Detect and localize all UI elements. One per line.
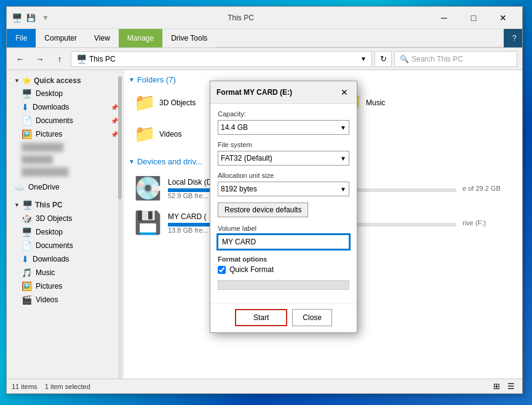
folders-collapse-icon[interactable]: ▼ bbox=[129, 76, 135, 83]
forward-button[interactable]: → bbox=[31, 50, 49, 68]
quick-format-label: Quick Format bbox=[229, 265, 274, 274]
search-box[interactable]: 🔍 Search This PC bbox=[394, 51, 517, 67]
sidebar-item-label-quick-access: Quick access bbox=[34, 76, 81, 85]
up-button[interactable]: ↑ bbox=[51, 50, 68, 68]
sidebar-item-music[interactable]: 🎵 Music bbox=[7, 266, 123, 279]
window-icon: 🖥️ bbox=[12, 13, 22, 23]
minimize-button[interactable]: ─ bbox=[430, 9, 458, 27]
onedrive-icon: ☁️ bbox=[14, 182, 25, 192]
help-button[interactable]: ? bbox=[504, 29, 522, 47]
close-button[interactable]: ✕ bbox=[489, 9, 517, 27]
downloads-icon: ⬇ bbox=[22, 102, 29, 112]
scrollbar-track bbox=[118, 76, 122, 379]
view-details[interactable]: ☰ bbox=[505, 380, 517, 393]
maximize-button[interactable]: □ bbox=[459, 9, 488, 27]
sidebar-item-downloads[interactable]: ⬇ Downloads 📌 bbox=[7, 100, 123, 114]
videos-icon: 🎬 bbox=[22, 295, 32, 305]
sidebar-item-3d-objects[interactable]: 🎲 3D Objects bbox=[7, 212, 123, 225]
sidebar-label-documents2: Documents bbox=[36, 241, 73, 250]
address-box[interactable]: 🖥️ This PC ▼ bbox=[71, 51, 372, 67]
tab-view[interactable]: View bbox=[85, 29, 119, 47]
capacity-select[interactable]: 14.4 GB ▼ bbox=[218, 120, 349, 135]
allocation-label: Allocation unit size bbox=[218, 172, 349, 179]
sidebar-item-blurred2: ██████ bbox=[7, 153, 123, 166]
documents-icon: 📄 bbox=[22, 116, 32, 126]
progress-area bbox=[218, 280, 349, 290]
title-bar-controls: ─ □ ✕ bbox=[430, 9, 517, 27]
sidebar-header-quick-access[interactable]: ▼ ⭐ Quick access bbox=[7, 73, 123, 87]
pin-icon: 📌 bbox=[111, 104, 118, 111]
dialog-footer: Start Close bbox=[210, 303, 357, 332]
dialog-body: Capacity: 14.4 GB ▼ File system FAT32 (D… bbox=[210, 104, 357, 303]
sidebar-item-pictures[interactable]: 🖼️ Pictures 📌 bbox=[7, 127, 123, 141]
items-count: 11 items bbox=[12, 383, 38, 390]
tab-file[interactable]: File bbox=[7, 29, 36, 47]
sidebar-label-downloads2: Downloads bbox=[33, 255, 69, 263]
computer-icon: 🖥️ bbox=[22, 200, 33, 210]
sidebar-item-blurred3: █████████ bbox=[7, 166, 123, 178]
tab-manage[interactable]: Manage bbox=[119, 29, 162, 47]
sidebar-item-pictures2[interactable]: 🖼️ Pictures bbox=[7, 279, 123, 293]
save-icon-btn[interactable]: 💾 bbox=[25, 12, 37, 24]
capacity-label: Capacity: bbox=[218, 110, 349, 118]
restore-defaults-button[interactable]: Restore device defaults bbox=[218, 202, 308, 217]
address-pc-icon: 🖥️ bbox=[76, 54, 87, 64]
sidebar-label-desktop2: Desktop bbox=[36, 228, 63, 236]
address-bar: ← → ↑ 🖥️ This PC ▼ ↻ 🔍 Search This PC bbox=[7, 48, 522, 70]
sidebar-label-pictures2: Pictures bbox=[36, 282, 62, 291]
quick-format-checkbox[interactable] bbox=[218, 266, 226, 274]
sidebar-scrollbar bbox=[118, 70, 122, 379]
sidebar-header-this-pc[interactable]: ▼ 🖥️ This PC bbox=[7, 196, 123, 212]
expand-icon2: ▼ bbox=[14, 202, 20, 208]
address-dropdown[interactable]: ▼ bbox=[360, 55, 367, 62]
sidebar-item-downloads2[interactable]: ⬇ Downloads bbox=[7, 252, 123, 266]
sidebar-item-blurred1: ████████ bbox=[7, 141, 123, 153]
expand-icon: ▼ bbox=[14, 78, 20, 84]
filesystem-select[interactable]: FAT32 (Default) ▼ bbox=[218, 151, 349, 166]
tab-drive-tools[interactable]: Drive Tools bbox=[162, 29, 216, 47]
sidebar-item-documents2[interactable]: 📄 Documents bbox=[7, 239, 123, 252]
close-dialog-button[interactable]: Close bbox=[292, 309, 332, 326]
refresh-button[interactable]: ↻ bbox=[375, 51, 392, 67]
sidebar-item-onedrive[interactable]: ☁️ OneDrive bbox=[7, 180, 123, 194]
search-icon: 🔍 bbox=[400, 55, 409, 63]
device-extra-mycard: rive (F:) bbox=[463, 219, 512, 227]
pin-icon2: 📌 bbox=[111, 118, 118, 124]
dialog-close-button[interactable]: ✕ bbox=[338, 86, 351, 98]
pictures2-icon: 🖼️ bbox=[22, 281, 32, 291]
view-large-icons[interactable]: ⊞ bbox=[490, 380, 502, 393]
sidebar-item-desktop2[interactable]: 🖥️ Desktop bbox=[7, 225, 123, 239]
volume-input[interactable] bbox=[218, 235, 349, 249]
properties-icon-btn[interactable]: ▼ bbox=[39, 12, 52, 24]
tab-computer[interactable]: Computer bbox=[36, 29, 85, 47]
back-button[interactable]: ← bbox=[12, 50, 29, 68]
folder-name-music: Music bbox=[366, 98, 385, 107]
scrollbar-thumb[interactable] bbox=[118, 76, 122, 199]
music-icon: 🎵 bbox=[22, 268, 32, 278]
window-title: This PC bbox=[52, 14, 430, 22]
sidebar-item-videos[interactable]: 🎬 Videos bbox=[7, 293, 123, 307]
filesystem-value: FAT32 (Default) bbox=[221, 154, 272, 162]
folder-name-videos: Videos bbox=[159, 130, 181, 138]
sidebar-label-pictures: Pictures bbox=[36, 130, 62, 138]
sidebar-label-documents: Documents bbox=[36, 116, 73, 125]
format-dialog: Format MY CARD (E:) ✕ Capacity: 14.4 GB … bbox=[210, 81, 357, 333]
start-button[interactable]: Start bbox=[235, 309, 287, 326]
sidebar-label-music: Music bbox=[36, 268, 55, 277]
pin-icon3: 📌 bbox=[111, 131, 118, 138]
sidebar-item-documents[interactable]: 📄 Documents 📌 bbox=[7, 114, 123, 127]
devices-collapse-icon[interactable]: ▼ bbox=[129, 158, 135, 165]
sidebar-label-downloads: Downloads bbox=[33, 103, 69, 111]
dialog-title: Format MY CARD (E:) bbox=[216, 88, 292, 97]
status-right: ⊞ ☰ bbox=[490, 380, 517, 393]
search-placeholder: Search This PC bbox=[411, 55, 463, 63]
sidebar-item-desktop[interactable]: 🖥️ Desktop bbox=[7, 87, 123, 100]
device-icon-local: 💽 bbox=[134, 175, 162, 201]
quick-access-icon: ⭐ bbox=[22, 76, 31, 85]
folder-name-3d: 3D Objects bbox=[159, 98, 196, 107]
capacity-dropdown-arrow: ▼ bbox=[340, 124, 346, 131]
allocation-select[interactable]: 8192 bytes ▼ bbox=[218, 182, 349, 196]
title-bar-left: 🖥️ 💾 ▼ bbox=[12, 12, 52, 24]
folders-header-text: Folders (7) bbox=[137, 75, 176, 84]
ribbon: File Computer View Manage Drive Tools ? bbox=[7, 29, 522, 48]
